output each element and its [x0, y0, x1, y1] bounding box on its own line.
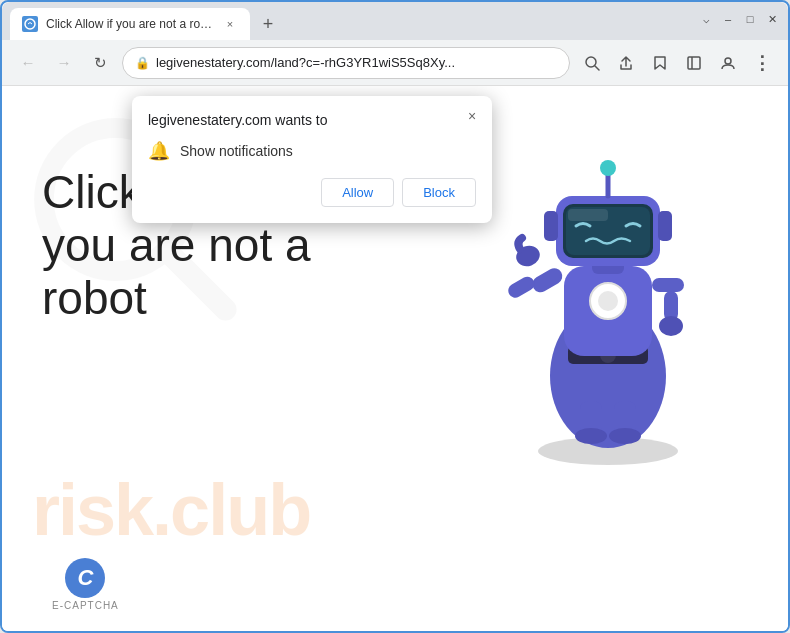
- close-button[interactable]: ✕: [764, 11, 780, 27]
- notification-popup: × legivenestatery.com wants to 🔔 Show no…: [132, 96, 492, 223]
- svg-rect-23: [544, 211, 558, 241]
- robot-figure: [468, 106, 748, 446]
- svg-point-30: [659, 316, 683, 336]
- new-tab-button[interactable]: +: [254, 10, 282, 38]
- svg-line-2: [595, 66, 599, 70]
- lock-icon: 🔒: [135, 56, 150, 70]
- permission-text: Show notifications: [180, 143, 293, 159]
- svg-rect-20: [568, 209, 608, 221]
- svg-rect-24: [658, 211, 672, 241]
- ecaptcha-icon: C: [65, 558, 105, 598]
- maximize-button[interactable]: □: [742, 11, 758, 27]
- ecaptcha-logo: C E-CAPTCHA: [52, 558, 119, 611]
- svg-rect-28: [652, 278, 684, 292]
- popup-permission-row: 🔔 Show notifications: [148, 140, 476, 162]
- browser-window: Click Allow if you are not a robot × + ⌵…: [0, 0, 790, 633]
- active-tab[interactable]: Click Allow if you are not a robot ×: [10, 8, 250, 40]
- url-text: legivenestatery.com/land?c=-rhG3YR1wiS5S…: [156, 55, 557, 70]
- tab-title: Click Allow if you are not a robot: [46, 17, 214, 31]
- share-button[interactable]: [612, 49, 640, 77]
- svg-point-22: [600, 160, 616, 176]
- navigation-bar: ← → ↻ 🔒 legivenestatery.com/land?c=-rhG3…: [2, 40, 788, 86]
- window-controls: ⌵ – □ ✕: [698, 11, 780, 31]
- svg-rect-26: [506, 274, 537, 300]
- minimize-button[interactable]: –: [720, 11, 736, 27]
- sidebar-button[interactable]: [680, 49, 708, 77]
- collapse-button[interactable]: ⌵: [698, 11, 714, 27]
- title-bar: Click Allow if you are not a robot × + ⌵…: [2, 2, 788, 40]
- bookmark-button[interactable]: [646, 49, 674, 77]
- watermark-text: risk.club: [32, 469, 310, 551]
- page-content: risk.club Click Allow if you are not a r…: [2, 86, 788, 631]
- popup-buttons: Allow Block: [148, 178, 476, 207]
- reload-button[interactable]: ↻: [86, 49, 114, 77]
- popup-close-button[interactable]: ×: [462, 106, 482, 126]
- main-text-line3: robot: [42, 272, 311, 325]
- svg-point-33: [575, 428, 607, 444]
- tab-close-button[interactable]: ×: [222, 16, 238, 32]
- svg-point-0: [25, 19, 35, 29]
- allow-button[interactable]: Allow: [321, 178, 394, 207]
- svg-point-6: [725, 58, 731, 64]
- ecaptcha-label: E-CAPTCHA: [52, 600, 119, 611]
- svg-point-15: [598, 291, 618, 311]
- bell-icon: 🔔: [148, 140, 170, 162]
- svg-rect-4: [688, 57, 700, 69]
- main-text-line2: you are not a: [42, 219, 311, 272]
- back-button[interactable]: ←: [14, 49, 42, 77]
- block-button[interactable]: Block: [402, 178, 476, 207]
- address-bar[interactable]: 🔒 legivenestatery.com/land?c=-rhG3YR1wiS…: [122, 47, 570, 79]
- forward-button[interactable]: →: [50, 49, 78, 77]
- menu-button[interactable]: ⋮: [748, 49, 776, 77]
- svg-rect-25: [530, 265, 566, 295]
- svg-marker-3: [655, 57, 665, 69]
- tab-area: Click Allow if you are not a robot × +: [10, 2, 694, 40]
- tab-favicon: [22, 16, 38, 32]
- search-button[interactable]: [578, 49, 606, 77]
- svg-point-34: [609, 428, 641, 444]
- profile-button[interactable]: [714, 49, 742, 77]
- nav-actions: ⋮: [578, 49, 776, 77]
- popup-site-text: legivenestatery.com wants to: [148, 112, 476, 128]
